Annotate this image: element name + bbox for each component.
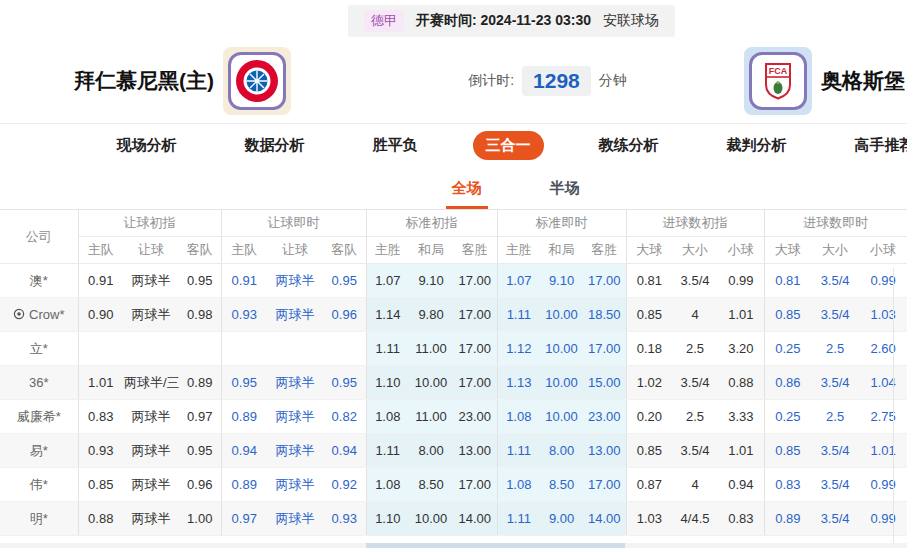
odds-cell: 3.33: [718, 400, 764, 434]
odds-cell: 0.92: [323, 468, 366, 502]
odds-cell: 0.85: [78, 468, 123, 502]
nav-tab[interactable]: 高手推荐: [842, 131, 907, 160]
svg-text:FCA: FCA: [769, 66, 788, 76]
odds-cell: 两球半: [267, 434, 323, 468]
odds-cell: 两球半: [267, 298, 323, 332]
kickoff: 开赛时间: 2024-11-23 03:30: [416, 12, 591, 30]
odds-cell: 17.00: [453, 468, 497, 502]
odds-cell: 2.5: [672, 332, 718, 366]
top-bar: 德甲 开赛时间: 2024-11-23 03:30 安联球场: [0, 0, 907, 37]
soccer-ball-icon: [13, 308, 25, 323]
odds-cell: 0.85: [626, 298, 672, 332]
odds-cell: 3.5/4: [811, 264, 859, 298]
odds-cell: 0.93: [221, 298, 267, 332]
odds-cell: 两球半: [267, 400, 323, 434]
league-badge: 德甲: [364, 10, 404, 32]
odds-cell: 1.11: [366, 434, 409, 468]
match-header: 拜仁慕尼黑(主) 倒计时: 1298 分钟 FCA: [0, 37, 907, 123]
nav-tab[interactable]: 三合一: [473, 131, 544, 160]
table-right-divider: [893, 268, 894, 548]
home-team-name: 拜仁慕尼黑(主): [74, 67, 214, 95]
group-header-1x2-live: 标准即时: [497, 210, 626, 237]
odds-cell: 17.00: [453, 264, 497, 298]
odds-cell: 10.00: [409, 366, 453, 400]
subtab[interactable]: 全场: [446, 171, 488, 209]
sub-header: 和局: [409, 237, 453, 264]
odds-cell: 0.91: [221, 264, 267, 298]
odds-cell: 18.50: [583, 298, 626, 332]
company-cell[interactable]: 立*: [0, 332, 78, 366]
odds-cell: 0.93: [78, 434, 123, 468]
odds-cell: 两球半: [123, 400, 179, 434]
company-cell[interactable]: Crow*: [0, 298, 78, 332]
odds-cell: 0.88: [718, 366, 764, 400]
odds-cell: 2.5: [811, 400, 859, 434]
nav-tab[interactable]: 数据分析: [232, 131, 318, 160]
odds-cell: 0.91: [78, 264, 123, 298]
odds-cell: 1.11: [366, 332, 409, 366]
nav-tab[interactable]: 胜平负: [360, 131, 431, 160]
odds-cell: 0.90: [78, 298, 123, 332]
odds-cell: 0.85: [764, 434, 811, 468]
company-cell[interactable]: 易*: [0, 434, 78, 468]
odds-cell: 2.5: [672, 400, 718, 434]
company-cell[interactable]: 澳*: [0, 264, 78, 298]
company-cell[interactable]: 威廉希*: [0, 400, 78, 434]
odds-cell: 9.00: [540, 502, 583, 536]
sub-header: 小球: [718, 237, 764, 264]
odds-cell: [267, 332, 323, 366]
odds-cell: [78, 332, 123, 366]
odds-cell: 0.85: [764, 298, 811, 332]
odds-cell: [221, 332, 267, 366]
odds-row: 明* 0.88 两球半 1.00 0.97 两球半 0.93 1.10 10.0…: [0, 502, 907, 536]
subtab[interactable]: 半场: [544, 171, 586, 209]
odds-cell: 2.60: [859, 332, 907, 366]
sub-header: 主胜: [497, 237, 540, 264]
venue: 安联球场: [603, 12, 659, 30]
odds-cell: 0.86: [764, 366, 811, 400]
odds-cell: 0.97: [221, 502, 267, 536]
odds-cell: 0.89: [179, 366, 221, 400]
odds-cell: 17.00: [453, 332, 497, 366]
odds-cell: 0.95: [179, 264, 221, 298]
odds-cell: 0.94: [718, 468, 764, 502]
odds-cell: 0.25: [764, 400, 811, 434]
company-cell[interactable]: 36*: [0, 366, 78, 400]
sub-header: 主胜: [366, 237, 409, 264]
odds-cell: 0.94: [323, 434, 366, 468]
group-header-handicap-live: 让球即时: [221, 210, 366, 237]
nav-tab[interactable]: 裁判分析: [714, 131, 800, 160]
group-header-goals-live: 进球数即时: [764, 210, 907, 237]
odds-cell: 1.07: [497, 264, 540, 298]
odds-cell: 0.96: [323, 298, 366, 332]
odds-cell: 1.02: [626, 366, 672, 400]
odds-cell: 1.08: [366, 400, 409, 434]
company-name: 明*: [30, 511, 48, 526]
sub-header: 大球: [626, 237, 672, 264]
company-cell[interactable]: 伟*: [0, 468, 78, 502]
sub-header: 客胜: [583, 237, 626, 264]
company-name: 立*: [30, 341, 48, 356]
odds-row: 易* 0.93 两球半 0.95 0.94 两球半 0.94 1.11 8.00…: [0, 434, 907, 468]
company-name: 澳*: [30, 273, 48, 288]
away-team-name: 奥格斯堡: [821, 67, 905, 95]
odds-cell: 3.5/4: [811, 468, 859, 502]
nav-tab[interactable]: 现场分析: [104, 131, 190, 160]
odds-cell: 0.87: [626, 468, 672, 502]
odds-cell: 3.5/4: [811, 298, 859, 332]
odds-cell: 0.98: [179, 298, 221, 332]
sub-header: 大小: [672, 237, 718, 264]
odds-cell: 两球半: [123, 434, 179, 468]
odds-cell: 13.00: [583, 434, 626, 468]
odds-cell: 0.25: [764, 332, 811, 366]
odds-cell: 11.00: [409, 400, 453, 434]
odds-row: Crow* 0.90 两球半 0.98 0.93 两球半 0.96 1.14 9…: [0, 298, 907, 332]
company-cell[interactable]: 明*: [0, 502, 78, 536]
odds-cell: 两球半: [123, 298, 179, 332]
odds-cell: 13.00: [453, 434, 497, 468]
sub-header: 客队: [179, 237, 221, 264]
odds-cell: 23.00: [583, 400, 626, 434]
odds-cell: [323, 332, 366, 366]
nav-tab[interactable]: 教练分析: [586, 131, 672, 160]
odds-cell: 0.82: [323, 400, 366, 434]
